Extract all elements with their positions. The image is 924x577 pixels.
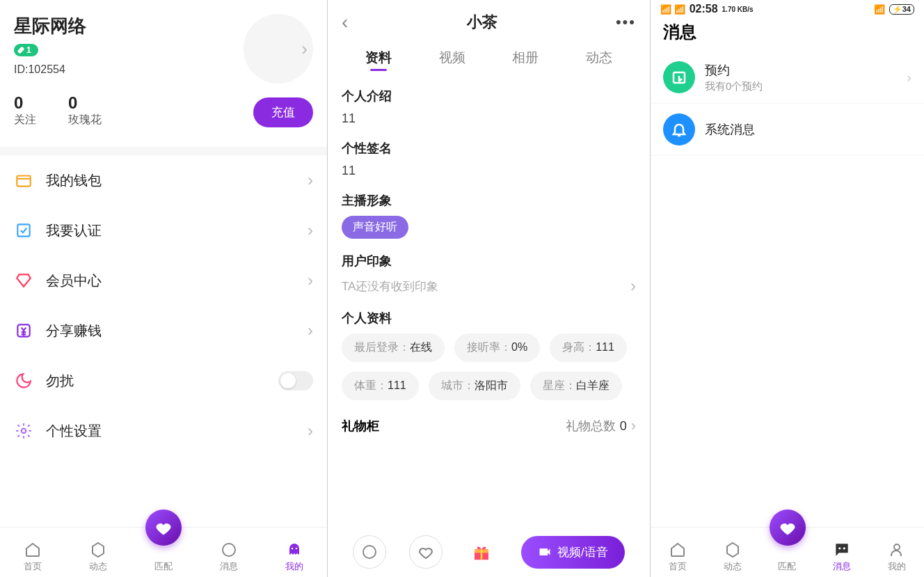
bottom-nav: 首页 动态 匹配 消息 我的 — [0, 527, 327, 577]
menu-settings-label: 个性设置 — [46, 422, 102, 441]
more-icon[interactable]: ••• — [616, 13, 636, 31]
chip-last-login: 最后登录：在线 — [342, 333, 445, 362]
svg-point-3 — [22, 429, 26, 434]
yen-icon — [14, 321, 33, 340]
impression-row[interactable]: TA还没有收到印象 › — [342, 276, 636, 296]
chip-city: 城市：洛阳市 — [429, 372, 520, 400]
dnd-toggle[interactable] — [278, 371, 313, 390]
back-button[interactable]: ‹ — [342, 11, 348, 33]
ghost-icon — [285, 541, 303, 559]
menu-dnd: 勿扰 — [0, 356, 327, 406]
page-title: 小茶 — [467, 12, 497, 33]
svg-point-12 — [838, 547, 841, 549]
signal-icon: 📶 📶 — [660, 4, 685, 15]
chip-height: 身高：111 — [550, 333, 627, 362]
hexagon-icon — [724, 541, 742, 559]
menu-vip[interactable]: 会员中心 › — [0, 255, 327, 306]
page-title: 消息 — [651, 17, 924, 52]
msg-appointment-title: 预约 — [705, 62, 763, 79]
host-tag: 声音好听 — [342, 216, 408, 239]
svg-point-5 — [292, 548, 293, 549]
msg-system[interactable]: 系统消息 — [651, 104, 924, 156]
chip-zodiac: 星座：白羊座 — [530, 372, 622, 400]
signature-value: 11 — [342, 164, 636, 178]
home-icon — [24, 541, 42, 559]
menu-settings[interactable]: 个性设置 › — [0, 406, 327, 456]
stat-roses-label: 玫瑰花 — [68, 113, 102, 127]
signature-heading: 个性签名 — [342, 140, 636, 157]
gift-heading: 礼物柜 — [342, 418, 379, 434]
chevron-right-icon: › — [907, 70, 911, 86]
status-net: 1.70 KB/s — [722, 6, 754, 13]
nav-match[interactable]: 匹配 — [131, 528, 196, 577]
diamond-icon — [14, 271, 33, 290]
chevron-right-icon: › — [630, 276, 636, 296]
tab-video[interactable]: 视频 — [439, 49, 465, 67]
menu-dnd-label: 勿扰 — [46, 372, 74, 390]
nav-msg[interactable]: 消息 — [196, 528, 262, 577]
svg-rect-1 — [17, 224, 29, 236]
nav-me[interactable]: 我的 — [262, 528, 327, 577]
like-button[interactable] — [409, 535, 443, 569]
gear-icon — [14, 421, 33, 441]
recharge-button[interactable]: 充值 — [253, 97, 313, 127]
avatar[interactable]: › — [244, 14, 313, 84]
intro-value: 11 — [342, 111, 636, 126]
status-time: 02:58 — [690, 3, 718, 15]
message-icon — [220, 541, 238, 559]
menu-wallet-label: 我的钱包 — [46, 171, 102, 190]
msg-appointment-sub: 我有0个预约 — [705, 80, 763, 93]
wifi-icon: 📶 — [874, 4, 885, 15]
chevron-right-icon: › — [308, 321, 313, 340]
stat-roses[interactable]: 0 玫瑰花 — [68, 93, 102, 127]
stat-follow-count: 0 — [14, 93, 36, 113]
nav-feed[interactable]: 动态 — [65, 528, 131, 577]
message-active-icon — [833, 541, 851, 559]
chevron-right-icon: › — [631, 417, 636, 435]
stat-follow[interactable]: 0 关注 — [14, 93, 36, 127]
match-fab-icon — [770, 509, 806, 546]
menu-verify[interactable]: 我要认证 › — [0, 205, 327, 255]
tab-info[interactable]: 资料 — [365, 49, 392, 67]
level-badge: 1 — [14, 44, 38, 56]
chip-answer-rate: 接听率：0% — [454, 333, 540, 362]
nav-me[interactable]: 我的 — [869, 528, 924, 577]
menu-wallet[interactable]: 我的钱包 › — [0, 155, 327, 205]
stat-follow-label: 关注 — [14, 113, 36, 127]
menu-share[interactable]: 分享赚钱 › — [0, 306, 327, 356]
msg-appointment[interactable]: 预约 我有0个预约 › — [651, 52, 924, 104]
impression-heading: 用户印象 — [342, 253, 636, 269]
svg-point-14 — [894, 544, 900, 550]
nav-match[interactable]: 匹配 — [760, 528, 815, 577]
battery-icon: ⚡34 — [889, 4, 914, 15]
chat-button[interactable] — [353, 535, 386, 569]
nav-feed[interactable]: 动态 — [706, 528, 760, 577]
tab-album[interactable]: 相册 — [512, 49, 539, 67]
stat-roses-count: 0 — [68, 93, 102, 113]
user-id: ID:102554 — [14, 63, 86, 76]
nav-msg[interactable]: 消息 — [815, 528, 870, 577]
chevron-right-icon: › — [308, 171, 313, 190]
menu-share-label: 分享赚钱 — [46, 322, 102, 340]
match-fab-icon — [145, 509, 182, 546]
verify-icon — [14, 221, 33, 240]
chevron-right-icon: › — [308, 421, 313, 441]
username: 星际网络 — [14, 14, 86, 38]
host-heading: 主播形象 — [342, 192, 636, 209]
wallet-icon — [14, 171, 33, 190]
nav-home[interactable]: 首页 — [651, 528, 706, 577]
menu-vip-label: 会员中心 — [46, 271, 102, 290]
gift-cabinet-row[interactable]: 礼物柜 礼物总数 0 › — [342, 417, 636, 435]
nav-home[interactable]: 首页 — [0, 528, 65, 577]
detail-heading: 个人资料 — [342, 310, 636, 326]
call-button[interactable]: 视频/语音 — [521, 536, 625, 569]
calendar-icon — [663, 61, 695, 93]
home-icon — [669, 541, 687, 559]
svg-point-13 — [843, 547, 845, 549]
moon-icon — [14, 371, 33, 390]
gift-button[interactable] — [465, 535, 498, 569]
user-icon — [888, 541, 906, 559]
tab-feed[interactable]: 动态 — [586, 49, 612, 67]
menu-verify-label: 我要认证 — [46, 221, 102, 240]
intro-heading: 个人介绍 — [342, 88, 636, 104]
